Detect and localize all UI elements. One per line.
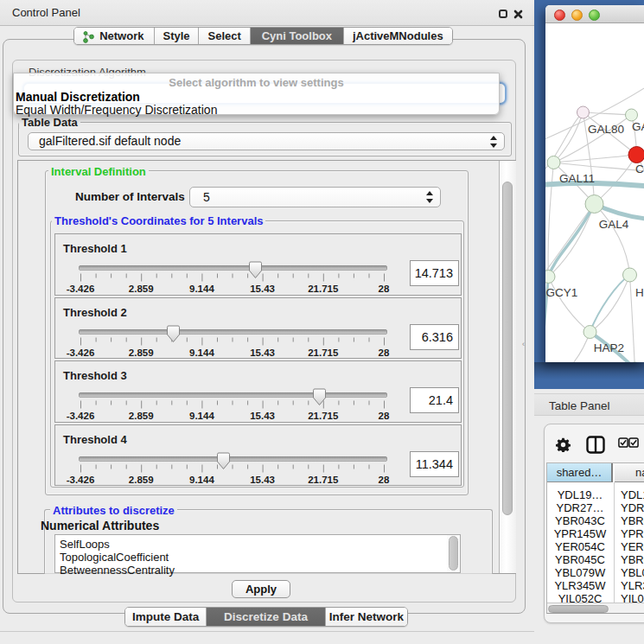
svg-text:H: H (635, 286, 644, 299)
svg-text:C: C (635, 163, 644, 175)
svg-text:GCY1: GCY1 (546, 286, 578, 299)
svg-text:HAP2: HAP2 (594, 341, 624, 354)
svg-text:GA: GA (632, 120, 644, 133)
svg-text:GAL11: GAL11 (559, 172, 595, 185)
svg-text:GAL4: GAL4 (599, 218, 629, 231)
svg-text:GAL80: GAL80 (588, 123, 624, 136)
